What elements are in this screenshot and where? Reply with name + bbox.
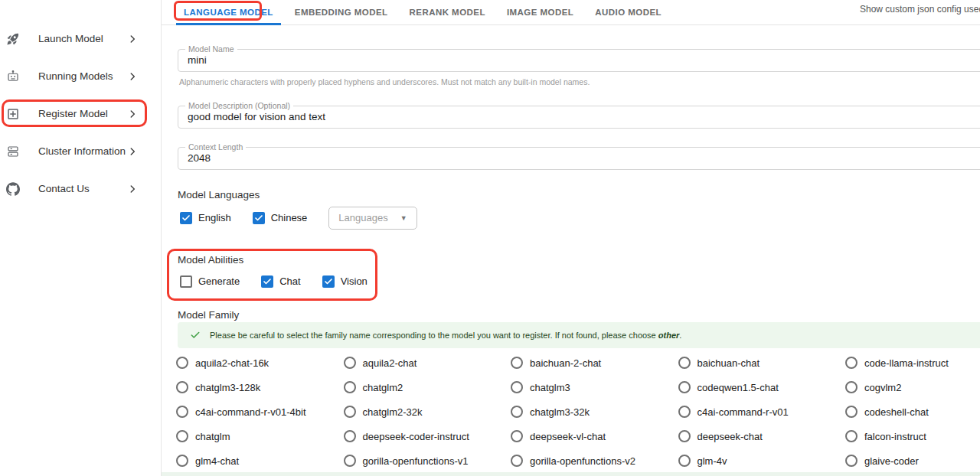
ability-vision-checkbox[interactable] — [322, 275, 335, 288]
model-description-field[interactable]: Model Description (Optional) good model … — [178, 106, 980, 129]
radio-icon[interactable] — [344, 430, 356, 442]
add-box-icon — [6, 107, 20, 121]
sidebar-item-label: Register Model — [38, 108, 127, 119]
language-english-checkbox[interactable] — [180, 212, 192, 224]
tab-language-model[interactable]: LANGUAGE MODEL — [173, 0, 284, 24]
radio-label: deepseek-vl-chat — [530, 431, 606, 442]
family-option-codeshell-chat[interactable]: codeshell-chat — [845, 399, 980, 424]
sidebar-item-label: Launch Model — [38, 33, 127, 44]
radio-icon[interactable] — [344, 406, 356, 418]
checkbox-label: Chat — [279, 275, 300, 287]
tab-image-model[interactable]: IMAGE MODEL — [496, 0, 584, 24]
sidebar-item-label: Cluster Information — [38, 145, 127, 157]
family-option-glaive-coder[interactable]: glaive-coder — [845, 448, 980, 473]
radio-icon[interactable] — [511, 381, 523, 393]
check-icon — [190, 330, 201, 341]
chevron-right-icon — [127, 34, 138, 44]
radio-label: deepseek-coder-instruct — [363, 431, 469, 442]
chevron-right-icon — [127, 146, 138, 157]
family-option-deepseek-vl-chat[interactable]: deepseek-vl-chat — [511, 424, 678, 448]
family-option-deepseek-chat[interactable]: deepseek-chat — [678, 424, 846, 448]
model-name-label: Model Name — [185, 45, 237, 54]
tab-embedding-model[interactable]: EMBEDDING MODEL — [284, 0, 399, 24]
radio-icon[interactable] — [176, 406, 188, 418]
languages-dropdown-label: Languages — [338, 212, 387, 223]
checkbox-label: Generate — [198, 275, 240, 287]
radio-label: glm4-chat — [195, 455, 239, 467]
sidebar-item-cluster-information[interactable]: Cluster Information — [0, 132, 161, 170]
radio-label: c4ai-command-r-v01 — [697, 406, 789, 418]
family-option-chatglm3-32k[interactable]: chatglm3-32k — [511, 399, 678, 424]
radio-icon[interactable] — [845, 430, 858, 442]
radio-label: code-llama-instruct — [864, 357, 949, 369]
radio-icon[interactable] — [845, 406, 858, 418]
family-option-baichuan-chat[interactable]: baichuan-chat — [678, 350, 846, 375]
radio-icon[interactable] — [511, 406, 523, 418]
model-abilities-label: Model Abilities — [178, 254, 243, 266]
sidebar-item-label: Contact Us — [38, 183, 127, 194]
radio-icon[interactable] — [176, 430, 188, 442]
sidebar-item-launch-model[interactable]: Launch Model — [0, 20, 161, 57]
radio-label: aquila2-chat — [363, 357, 417, 369]
context-length-field[interactable]: Context Length 2048 — [178, 147, 980, 170]
family-option-aquila2-chat-16k[interactable]: aquila2-chat-16k — [176, 350, 344, 375]
family-option-codeqwen1.5-chat[interactable]: codeqwen1.5-chat — [678, 375, 846, 399]
ability-generate-checkbox[interactable] — [180, 275, 192, 288]
radio-icon[interactable] — [845, 381, 858, 393]
family-option-chatglm2[interactable]: chatglm2 — [344, 375, 511, 399]
family-option-code-llama-instruct[interactable]: code-llama-instruct — [845, 350, 980, 375]
family-option-chatglm3[interactable]: chatglm3 — [511, 375, 678, 399]
family-option-deepseek-coder-instruct[interactable]: deepseek-coder-instruct — [344, 424, 511, 448]
sidebar-item-register-model[interactable]: Register Model — [0, 95, 161, 132]
radio-icon[interactable] — [845, 455, 858, 467]
languages-dropdown[interactable]: Languages▼ — [328, 207, 416, 230]
family-option-chatglm[interactable]: chatglm — [176, 424, 344, 448]
family-option-glm-4v[interactable]: glm-4v — [678, 448, 846, 473]
model-family-label: Model Family — [178, 309, 239, 321]
radio-icon[interactable] — [678, 430, 691, 442]
tab-rerank-model[interactable]: RERANK MODEL — [399, 0, 496, 24]
show-custom-json-config-link[interactable]: Show custom json config used b — [860, 4, 980, 15]
radio-icon[interactable] — [344, 357, 356, 369]
family-option-c4ai-command-r-v01-4bit[interactable]: c4ai-command-r-v01-4bit — [176, 399, 344, 424]
tab-audio-model[interactable]: AUDIO MODEL — [584, 0, 672, 24]
radio-label: glm-4v — [697, 455, 727, 467]
ability-generate-group: Generate — [180, 275, 240, 288]
family-option-aquila2-chat[interactable]: aquila2-chat — [344, 350, 511, 375]
radio-label: c4ai-command-r-v01-4bit — [195, 406, 306, 418]
radio-icon[interactable] — [176, 455, 188, 467]
radio-icon[interactable] — [845, 357, 858, 369]
sidebar-item-contact-us[interactable]: Contact Us — [0, 170, 161, 207]
radio-icon[interactable] — [511, 357, 523, 369]
radio-icon[interactable] — [511, 455, 523, 467]
model-description-value: good model for vision and text — [178, 106, 980, 128]
radio-label: codeshell-chat — [864, 406, 929, 418]
radio-icon[interactable] — [176, 357, 188, 369]
model-family-options: aquila2-chat-16kaquila2-chatbaichuan-2-c… — [176, 350, 980, 473]
language-chinese-group: Chinese — [253, 212, 308, 224]
family-option-cogvlm2[interactable]: cogvlm2 — [845, 375, 980, 399]
radio-icon[interactable] — [176, 381, 188, 393]
radio-icon[interactable] — [678, 357, 691, 369]
radio-icon[interactable] — [678, 455, 691, 467]
radio-icon[interactable] — [344, 381, 356, 393]
family-option-baichuan-2-chat[interactable]: baichuan-2-chat — [511, 350, 678, 375]
language-chinese-checkbox[interactable] — [253, 212, 265, 224]
ability-chat-checkbox[interactable] — [261, 275, 273, 288]
radio-label: baichuan-chat — [697, 357, 760, 369]
family-option-glm4-chat[interactable]: glm4-chat — [176, 448, 344, 473]
radio-icon[interactable] — [344, 455, 356, 467]
family-option-gorilla-openfunctions-v1[interactable]: gorilla-openfunctions-v1 — [344, 448, 511, 473]
radio-icon[interactable] — [678, 406, 691, 418]
family-option-chatglm3-128k[interactable]: chatglm3-128k — [176, 375, 344, 399]
family-option-gorilla-openfunctions-v2[interactable]: gorilla-openfunctions-v2 — [511, 448, 678, 473]
radio-icon[interactable] — [511, 430, 523, 442]
family-option-c4ai-command-r-v01[interactable]: c4ai-command-r-v01 — [678, 399, 846, 424]
family-option-chatglm2-32k[interactable]: chatglm2-32k — [344, 399, 511, 424]
family-option-falcon-instruct[interactable]: falcon-instruct — [845, 424, 980, 448]
radio-label: gorilla-openfunctions-v1 — [363, 455, 469, 467]
sidebar-item-running-models[interactable]: Running Models — [0, 57, 161, 95]
radio-icon[interactable] — [678, 381, 691, 393]
model-name-field[interactable]: Model Name mini — [178, 49, 980, 72]
tab-bar: LANGUAGE MODELEMBEDDING MODELRERANK MODE… — [162, 0, 980, 25]
